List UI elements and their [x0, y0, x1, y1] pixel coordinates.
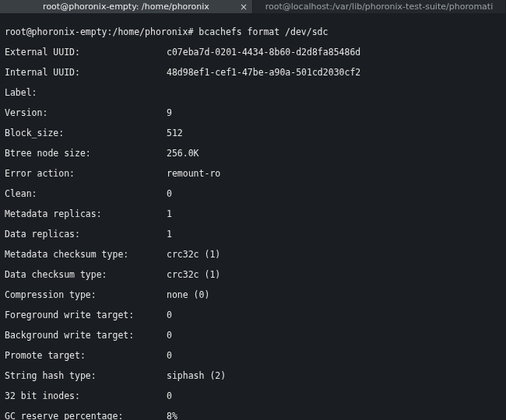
output-row: Version:9 [5, 108, 501, 118]
close-icon[interactable]: × [240, 0, 248, 14]
terminal-output[interactable]: root@phoronix-empty:/home/phoronix# bcac… [0, 14, 506, 420]
tab-title: root@localhost:/var/lib/phoronix-test-su… [258, 0, 501, 14]
prompt-line: root@phoronix-empty:/home/phoronix# bcac… [5, 27, 501, 37]
output-row: Promote target:0 [5, 351, 501, 361]
tab-title: root@phoronix-empty: /home/phoronix [5, 0, 248, 14]
output-row: Foreground write target:0 [5, 310, 501, 320]
command-text: bcachefs format /dev/sdc [199, 27, 328, 37]
output-row: 32 bit inodes:0 [5, 391, 501, 401]
prompt-user-host: root@phoronix-empty [5, 27, 107, 37]
output-row: Block_size:512 [5, 128, 501, 138]
output-row: External UUID:c07eba7d-0201-4434-8b60-d2… [5, 47, 501, 58]
tab-bar: root@phoronix-empty: /home/phoronix × ro… [0, 0, 506, 14]
output-row: String hash type:siphash (2) [5, 371, 501, 381]
prompt-cwd: /home/phoronix [113, 27, 188, 37]
output-row: Clean:0 [5, 189, 501, 199]
output-row: Metadata replicas:1 [5, 209, 501, 219]
terminal-tab-active[interactable]: root@phoronix-empty: /home/phoronix × [0, 0, 253, 13]
terminal-tab-inactive[interactable]: root@localhost:/var/lib/phoronix-test-su… [253, 0, 506, 13]
output-row: Label: [5, 88, 501, 98]
output-row: Btree node size:256.0K [5, 149, 501, 159]
output-row: Error action:remount-ro [5, 169, 501, 179]
output-row: Data replicas:1 [5, 229, 501, 240]
output-row: GC reserve percentage:8% [5, 411, 501, 420]
output-row: Background write target:0 [5, 331, 501, 341]
output-row: Compression type:none (0) [5, 290, 501, 300]
output-row: Data checksum type:crc32c (1) [5, 270, 501, 280]
output-row: Metadata checksum type:crc32c (1) [5, 250, 501, 260]
output-row: Internal UUID:48d98ef1-cef1-47be-a90a-50… [5, 68, 501, 78]
